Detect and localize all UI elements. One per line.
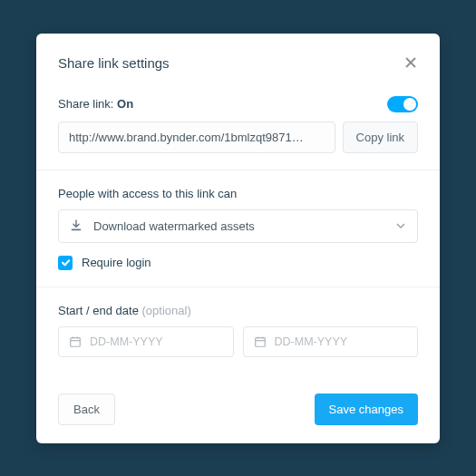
start-date-input[interactable]: DD-MM-YYYY xyxy=(58,326,234,357)
download-icon xyxy=(70,219,83,232)
check-icon xyxy=(61,257,71,267)
link-row: Copy link xyxy=(58,121,418,153)
close-icon xyxy=(403,55,418,70)
modal-header: Share link settings xyxy=(58,55,418,71)
copy-link-button[interactable]: Copy link xyxy=(343,121,418,153)
end-date-input[interactable]: DD-MM-YYYY xyxy=(243,326,419,357)
modal-title: Share link settings xyxy=(58,55,170,71)
share-url-input[interactable] xyxy=(58,121,335,153)
access-select[interactable]: Download watermarked assets xyxy=(58,209,418,243)
share-link-state: On xyxy=(117,97,133,111)
share-link-label: Share link: On xyxy=(58,97,133,111)
date-range-label: Start / end date (optional) xyxy=(58,304,418,317)
share-link-settings-modal: Share link settings Share link: On Copy … xyxy=(36,34,440,443)
date-range-row: DD-MM-YYYY DD-MM-YYYY xyxy=(58,326,418,357)
end-date-placeholder: DD-MM-YYYY xyxy=(275,335,348,348)
save-changes-button[interactable]: Save changes xyxy=(315,393,418,425)
require-login-label: Require login xyxy=(82,256,151,269)
svg-rect-3 xyxy=(71,337,81,346)
svg-rect-7 xyxy=(255,337,265,346)
date-label-main: Start / end date xyxy=(58,304,142,317)
access-label: People with access to this link can xyxy=(58,187,418,200)
svg-rect-2 xyxy=(72,229,82,231)
share-link-label-text: Share link: xyxy=(58,97,117,111)
share-link-status-row: Share link: On xyxy=(58,96,418,112)
divider xyxy=(36,287,440,287)
share-link-toggle[interactable] xyxy=(387,96,418,112)
access-selected-value: Download watermarked assets xyxy=(93,219,384,233)
start-date-placeholder: DD-MM-YYYY xyxy=(90,335,163,348)
require-login-checkbox[interactable] xyxy=(58,256,73,270)
calendar-icon xyxy=(69,335,82,348)
modal-footer: Back Save changes xyxy=(58,393,418,425)
chevron-down-icon xyxy=(395,220,406,231)
require-login-row: Require login xyxy=(58,256,418,270)
toggle-knob xyxy=(403,98,416,111)
divider xyxy=(36,170,440,170)
back-button[interactable]: Back xyxy=(58,393,115,425)
date-label-optional: (optional) xyxy=(142,304,191,317)
close-button[interactable] xyxy=(403,55,418,70)
calendar-icon xyxy=(254,335,267,348)
